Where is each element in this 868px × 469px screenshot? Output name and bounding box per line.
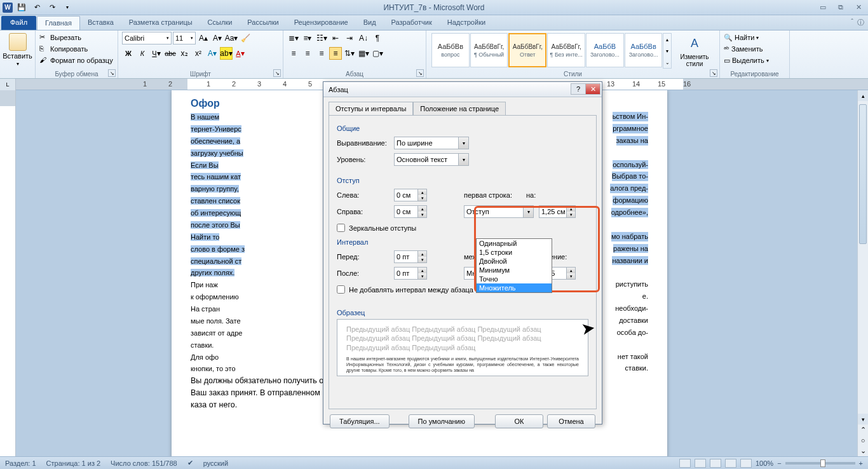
draft-view-icon[interactable] xyxy=(740,459,752,468)
help-icon[interactable]: ⓘ xyxy=(857,18,864,27)
first-line-combo[interactable]: Отступ▾ xyxy=(464,205,534,218)
scroll-thumb[interactable] xyxy=(859,104,867,244)
space-before-input[interactable]: 0 пт▴▾ xyxy=(394,250,427,263)
select-button[interactable]: ▭Выделить▾ xyxy=(724,55,785,66)
copy-button[interactable]: ⎘Копировать xyxy=(39,43,114,55)
zoom-level[interactable]: 100% xyxy=(756,459,773,467)
tab-references[interactable]: Ссылки xyxy=(200,16,240,30)
style-item[interactable]: АаБбВвГг,¶ Без инте... xyxy=(547,33,585,67)
sort-icon[interactable]: A↓ xyxy=(357,32,370,44)
gallery-up-icon[interactable]: ▴ xyxy=(663,37,671,43)
print-layout-view-icon[interactable] xyxy=(679,459,691,468)
prev-page-icon[interactable]: ⌃ xyxy=(858,425,868,435)
align-left-icon[interactable]: ≡ xyxy=(287,47,300,60)
shading-icon[interactable]: ▦▾ xyxy=(357,47,370,60)
redo-icon[interactable]: ↷ xyxy=(46,1,58,14)
close-icon[interactable]: ✕ xyxy=(853,3,864,12)
dropdown-option[interactable]: Одинарный xyxy=(477,239,552,248)
font-launcher[interactable]: ↘ xyxy=(273,69,281,77)
italic-icon[interactable]: К xyxy=(136,47,149,60)
undo-icon[interactable]: ↶ xyxy=(31,1,43,14)
space-after-input[interactable]: 0 пт▴▾ xyxy=(394,267,427,280)
minimize-icon[interactable]: ▭ xyxy=(817,3,829,12)
paste-button[interactable]: Вставить ▾ xyxy=(4,32,31,68)
font-color-icon[interactable]: A▾ xyxy=(234,47,247,60)
gallery-down-icon[interactable]: ▾ xyxy=(663,48,671,54)
tab-developer[interactable]: Разработчик xyxy=(384,16,440,30)
bold-icon[interactable]: Ж xyxy=(122,47,135,60)
qat-customize-icon[interactable]: ▾ xyxy=(61,1,74,14)
paragraph-launcher[interactable]: ↘ xyxy=(416,69,424,77)
cancel-button[interactable]: Отмена xyxy=(547,414,595,428)
tab-addins[interactable]: Надстройки xyxy=(440,16,493,30)
zoom-in-icon[interactable]: + xyxy=(859,459,863,467)
style-item[interactable]: АаБбВвГг,Ответ xyxy=(508,33,546,67)
find-button[interactable]: 🔍Найти▾ xyxy=(724,32,785,43)
clear-formatting-icon[interactable]: 🧹 xyxy=(239,32,252,44)
ruler-corner[interactable]: L xyxy=(0,79,16,90)
subscript-icon[interactable]: x₂ xyxy=(178,47,191,60)
browse-object-icon[interactable]: ○ xyxy=(858,435,868,446)
ok-button[interactable]: ОК xyxy=(495,414,543,428)
tabs-button[interactable]: Табуляция... xyxy=(330,414,390,428)
decrease-indent-icon[interactable]: ⇤ xyxy=(329,32,342,44)
zoom-out-icon[interactable]: − xyxy=(777,459,781,467)
mirror-indents-checkbox[interactable]: Зеркальные отступы xyxy=(337,224,588,232)
dropdown-option[interactable]: Множитель xyxy=(477,283,552,292)
next-page-icon[interactable]: ⌄ xyxy=(858,445,868,456)
tab-view[interactable]: Вид xyxy=(356,16,384,30)
first-line-value-input[interactable]: 1,25 см▴▾ xyxy=(539,205,576,218)
format-painter-button[interactable]: 🖌Формат по образцу xyxy=(39,55,114,66)
status-language[interactable]: русский xyxy=(203,459,228,467)
level-combo[interactable]: Основной текст▾ xyxy=(394,153,469,166)
tab-mailings[interactable]: Рассылки xyxy=(240,16,286,30)
style-item[interactable]: АаБбВвГг,¶ Обычный xyxy=(470,33,508,67)
show-marks-icon[interactable]: ¶ xyxy=(371,32,384,44)
web-layout-view-icon[interactable] xyxy=(710,459,721,468)
dropdown-option[interactable]: Точно xyxy=(477,275,552,283)
dropdown-option[interactable]: 1,5 строки xyxy=(477,248,552,257)
ribbon-minimize-icon[interactable]: ˆ xyxy=(851,18,853,27)
scroll-up-icon[interactable]: ▴ xyxy=(858,90,868,101)
zoom-slider[interactable] xyxy=(785,462,855,465)
replace-button[interactable]: ᵃᵇЗаменить xyxy=(724,43,785,55)
cut-button[interactable]: ✂Вырезать xyxy=(39,32,114,43)
maximize-icon[interactable]: ⧉ xyxy=(835,3,846,12)
change-styles-button[interactable]: A Изменить стили xyxy=(675,33,714,69)
status-section[interactable]: Раздел: 1 xyxy=(5,459,36,467)
dialog-help-icon[interactable]: ? xyxy=(571,83,586,95)
underline-icon[interactable]: Ч▾ xyxy=(150,47,163,60)
increase-indent-icon[interactable]: ⇥ xyxy=(343,32,356,44)
numbering-icon[interactable]: ≡▾ xyxy=(301,32,314,44)
strikethrough-icon[interactable]: abc xyxy=(164,47,177,60)
right-indent-input[interactable]: 0 см▴▾ xyxy=(394,205,427,218)
vertical-scrollbar[interactable]: ▴ ▾ ⌃ ○ ⌄ xyxy=(857,90,868,456)
change-case-icon[interactable]: Aa▾ xyxy=(225,32,238,44)
font-name-combo[interactable]: Calibri▾ xyxy=(122,32,172,44)
status-page[interactable]: Страница: 1 из 2 xyxy=(46,459,101,467)
tab-insert[interactable]: Вставка xyxy=(80,16,121,30)
file-tab[interactable]: Файл xyxy=(1,16,36,30)
shrink-font-icon[interactable]: A▾ xyxy=(211,32,224,44)
proofing-icon[interactable]: ✔ xyxy=(187,459,193,467)
alignment-combo[interactable]: По ширине▾ xyxy=(394,137,469,149)
style-item[interactable]: АаБбВвЗаголово... xyxy=(625,33,663,67)
style-item[interactable]: АаБбВЗаголово... xyxy=(586,33,624,67)
tab-home[interactable]: Главная xyxy=(37,16,80,30)
borders-icon[interactable]: ▢▾ xyxy=(371,47,384,60)
multilevel-icon[interactable]: ☷▾ xyxy=(315,32,328,44)
superscript-icon[interactable]: x² xyxy=(192,47,205,60)
dialog-close-icon[interactable]: ✕ xyxy=(585,83,600,95)
font-size-combo[interactable]: 11▾ xyxy=(173,32,196,44)
status-words[interactable]: Число слов: 151/788 xyxy=(111,459,177,467)
gallery-more-icon[interactable]: ⌄ xyxy=(663,60,671,65)
tab-review[interactable]: Рецензирование xyxy=(287,16,356,30)
outline-view-icon[interactable] xyxy=(725,459,736,468)
tab-layout[interactable]: Разметка страницы xyxy=(121,16,200,30)
align-right-icon[interactable]: ≡ xyxy=(315,47,328,60)
left-indent-input[interactable]: 0 см▴▾ xyxy=(394,189,427,201)
style-item[interactable]: АаБбВввопрос xyxy=(431,33,470,67)
grow-font-icon[interactable]: A▴ xyxy=(197,32,210,44)
bullets-icon[interactable]: ≣▾ xyxy=(287,32,300,44)
text-effects-icon[interactable]: A▾ xyxy=(206,47,219,60)
